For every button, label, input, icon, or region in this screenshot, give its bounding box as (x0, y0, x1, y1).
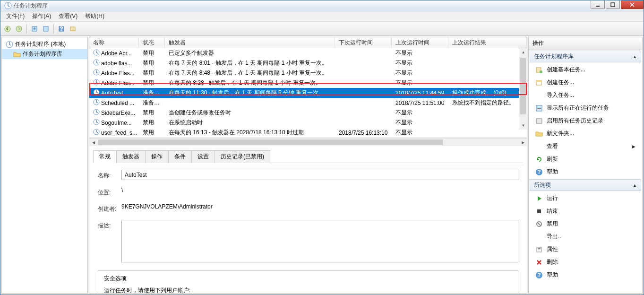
tree-library[interactable]: 任务计划程序库 (2, 49, 87, 59)
tab-history[interactable]: 历史记录(已禁用) (215, 150, 270, 163)
task-row[interactable]: AutoTest准备就绪在每天的 11:30 - 触发后，在 1 天 期间每隔 … (89, 88, 527, 98)
scroll-up-icon[interactable]: ▲ (519, 48, 527, 56)
toolbar-extra-button[interactable] (68, 24, 78, 34)
task-row[interactable]: adobe flas...禁用在每 7 天的 8:01 - 触发后，在 1 天 … (89, 58, 527, 68)
tab-general[interactable]: 常规 (93, 150, 117, 163)
action-disable[interactable]: 禁用 (529, 217, 642, 230)
window-title: 任务计划程序 (14, 2, 590, 10)
name-field[interactable] (121, 170, 518, 180)
col-status[interactable]: 状态 (139, 37, 165, 48)
svg-rect-9 (70, 27, 75, 31)
scroll-thumb[interactable] (520, 58, 526, 114)
maximize-button[interactable] (606, 0, 620, 9)
action-help-sel[interactable]: ? 帮助 (529, 269, 642, 281)
action-new-folder[interactable]: 新文件夹... (529, 127, 642, 140)
col-last[interactable]: 上次运行时间 (392, 37, 448, 48)
action-properties[interactable]: 属性 (529, 243, 642, 256)
horizontal-scrollbar[interactable]: ◀ ▶ (89, 138, 527, 146)
history-icon (535, 117, 543, 125)
task-row[interactable]: SidebarExe...禁用当创建任务或修改任务时不显示 (89, 108, 527, 118)
task-name: SogouIme... (101, 120, 132, 126)
task-row[interactable]: SogouIme...禁用在系统启动时不显示 (89, 118, 527, 128)
clock-icon (93, 49, 100, 57)
actions-pane: 操作 任务计划程序库 ▲ 创建基本任务... 创建任务... 导入任务... (528, 37, 643, 294)
menu-file[interactable]: 文件(F) (2, 11, 28, 21)
collapse-icon: ▲ (633, 183, 637, 188)
tree-root[interactable]: 任务计划程序 (本地) (2, 39, 87, 49)
svg-rect-1 (596, 6, 600, 7)
svg-text:?: ? (537, 169, 541, 175)
menu-help[interactable]: 帮助(H) (81, 11, 108, 21)
delete-icon (535, 259, 543, 266)
menu-action[interactable]: 操作(A) (28, 11, 55, 21)
minimize-button[interactable] (591, 0, 605, 9)
action-end[interactable]: 结束 (529, 205, 642, 217)
task-trigger: 当创建任务或修改任务时 (165, 109, 335, 117)
action-create-task[interactable]: 创建任务... (529, 76, 642, 89)
titlebar: 任务计划程序 (0, 0, 644, 11)
action-create-basic[interactable]: 创建基本任务... (529, 63, 642, 76)
help-button[interactable]: ? (56, 24, 67, 34)
action-show-running[interactable]: 显示所有正在运行的任务 (529, 102, 642, 114)
action-export[interactable]: 导出... (529, 230, 642, 243)
app-icon (4, 2, 12, 9)
scroll-down-icon[interactable]: ▼ (519, 121, 527, 130)
scroll-left-icon[interactable]: ◀ (89, 139, 97, 147)
toolbar: ? (0, 22, 644, 36)
task-row[interactable]: Adobe Flas...禁用在每 7 天的 8:48 - 触发后，在 1 天 … (89, 68, 527, 78)
close-button[interactable] (621, 0, 644, 9)
tab-triggers[interactable]: 触发器 (116, 150, 146, 163)
nav-props-button[interactable] (41, 24, 51, 34)
action-run[interactable]: 运行 (529, 192, 642, 205)
task-row[interactable]: Adobe Acr...禁用已定义多个触发器不显示 (89, 48, 527, 58)
section-library[interactable]: 任务计划程序库 ▲ (530, 51, 641, 62)
task-last: 2018/7/25 11:51:00 (392, 100, 448, 106)
col-result[interactable]: 上次运行结果 (448, 37, 527, 48)
action-view[interactable]: 查看 ▶ (529, 140, 642, 153)
task-row[interactable]: Adobe Flas...禁用在每天的 8:28 - 触发后，在 1 天 期间每… (89, 78, 527, 88)
task-last: 不显示 (392, 49, 448, 57)
tab-settings[interactable]: 设置 (191, 150, 215, 163)
task-status: 准备就绪 (139, 99, 165, 107)
section-selected[interactable]: 所选项 ▲ (530, 179, 641, 191)
task-name: Adobe Flas... (101, 80, 135, 87)
task-row[interactable]: user_feed_s...禁用在每天的 16:13 - 触发器在 2028/7… (89, 128, 527, 138)
col-trigger[interactable]: 触发器 (165, 37, 335, 48)
task-last: 不显示 (392, 109, 448, 117)
task-name: Adobe Flas... (101, 70, 135, 77)
menu-view[interactable]: 查看(V) (55, 11, 81, 21)
back-button[interactable] (2, 24, 13, 34)
svg-text:?: ? (60, 26, 63, 32)
clock-icon (93, 129, 100, 137)
task-row[interactable]: Scheduled ...准备就绪2018/7/25 11:51:00系统找不到… (89, 98, 527, 108)
action-delete[interactable]: 删除 (529, 256, 642, 269)
task-trigger: 在每天的 11:30 - 触发后，在 1 天 期间每隔 5 分钟 重复一次。 (165, 89, 335, 97)
forward-button[interactable] (14, 24, 24, 34)
action-import[interactable]: 导入任务... (529, 89, 642, 102)
task-rows: Adobe Acr...禁用已定义多个触发器不显示adobe flas...禁用… (89, 48, 527, 138)
tab-actions[interactable]: 操作 (145, 150, 169, 163)
col-next[interactable]: 下次运行时间 (335, 37, 392, 48)
help-icon: ? (535, 271, 543, 279)
author-value: 9KE7GNJVOLAPZEM\Administrator (121, 203, 518, 210)
svg-rect-30 (537, 209, 541, 213)
action-help[interactable]: ? 帮助 (529, 165, 642, 178)
action-enable-history[interactable]: 启用所有任务历史记录 (529, 114, 642, 127)
col-name[interactable]: 名称 (89, 37, 139, 48)
scroll-right-icon[interactable]: ▶ (519, 139, 527, 147)
nav-up-button[interactable] (29, 24, 40, 34)
vertical-scrollbar[interactable]: ▲ ▼ (519, 48, 527, 130)
task-result: 系统找不到指定的路径。 (448, 99, 527, 107)
task-last: 不显示 (392, 129, 448, 137)
task-trigger: 在系统启动时 (165, 119, 335, 127)
action-refresh[interactable]: 刷新 (529, 153, 642, 165)
clock-icon (93, 89, 100, 97)
task-status: 禁用 (139, 49, 165, 57)
tree-root-label: 任务计划程序 (本地) (15, 40, 66, 48)
scroll-thumb-h[interactable] (98, 139, 443, 145)
description-field[interactable] (121, 220, 518, 262)
tab-conditions[interactable]: 条件 (168, 150, 192, 163)
svg-text:?: ? (537, 272, 541, 278)
location-label: 位置: (98, 187, 121, 197)
clock-icon (93, 79, 100, 87)
